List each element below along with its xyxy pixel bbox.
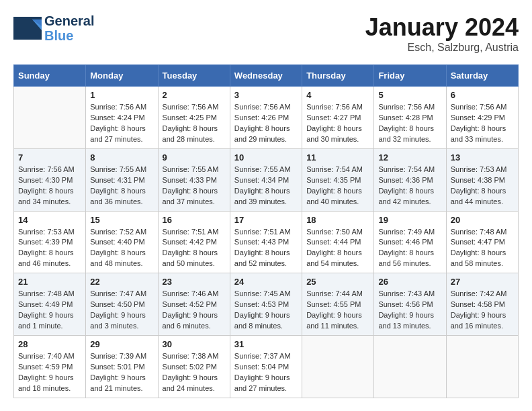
calendar-day-cell: 18Sunrise: 7:50 AMSunset: 4:44 PMDayligh…: [302, 211, 374, 273]
day-info: Sunrise: 7:53 AMSunset: 4:38 PMDaylight:…: [451, 165, 514, 208]
day-number: 8: [90, 152, 153, 163]
day-number: 19: [378, 215, 441, 225]
weekday-header-monday: Monday: [86, 65, 158, 87]
calendar-day-cell: 15Sunrise: 7:52 AMSunset: 4:40 PMDayligh…: [86, 211, 158, 273]
calendar-day-cell: 19Sunrise: 7:49 AMSunset: 4:46 PMDayligh…: [374, 211, 446, 273]
day-info: Sunrise: 7:44 AMSunset: 4:55 PMDaylight:…: [306, 289, 369, 332]
day-info: Sunrise: 7:56 AMSunset: 4:24 PMDaylight:…: [90, 102, 153, 145]
calendar-table: SundayMondayTuesdayWednesdayThursdayFrid…: [13, 64, 519, 398]
day-number: 10: [234, 152, 298, 163]
day-number: 17: [234, 215, 298, 225]
logo-icon: [13, 17, 42, 40]
day-info: Sunrise: 7:54 AMSunset: 4:36 PMDaylight:…: [378, 165, 441, 208]
calendar-day-cell: 12Sunrise: 7:54 AMSunset: 4:36 PMDayligh…: [374, 148, 446, 211]
calendar-day-cell: 9Sunrise: 7:55 AMSunset: 4:33 PMDaylight…: [158, 148, 230, 211]
day-number: 3: [234, 90, 298, 100]
day-info: Sunrise: 7:56 AMSunset: 4:30 PMDaylight:…: [18, 165, 81, 208]
calendar-day-cell: 3Sunrise: 7:56 AMSunset: 4:26 PMDaylight…: [230, 87, 302, 149]
weekday-header-tuesday: Tuesday: [158, 65, 230, 87]
day-number: 27: [451, 277, 514, 287]
calendar-day-cell: [14, 87, 86, 149]
day-number: 7: [18, 152, 81, 163]
month-title: January 2024: [365, 13, 519, 42]
day-info: Sunrise: 7:55 AMSunset: 4:33 PMDaylight:…: [163, 165, 226, 208]
weekday-header-thursday: Thursday: [302, 65, 374, 87]
day-info: Sunrise: 7:50 AMSunset: 4:44 PMDaylight:…: [306, 227, 369, 270]
calendar-day-cell: 27Sunrise: 7:42 AMSunset: 4:58 PMDayligh…: [446, 273, 518, 336]
day-info: Sunrise: 7:37 AMSunset: 5:04 PMDaylight:…: [234, 351, 298, 394]
day-info: Sunrise: 7:47 AMSunset: 4:50 PMDaylight:…: [90, 289, 153, 332]
day-number: 30: [163, 339, 226, 349]
weekday-header-wednesday: Wednesday: [230, 65, 302, 87]
calendar-week-row: 21Sunrise: 7:48 AMSunset: 4:49 PMDayligh…: [14, 273, 519, 336]
day-number: 22: [90, 277, 153, 287]
day-info: Sunrise: 7:38 AMSunset: 5:02 PMDaylight:…: [163, 351, 226, 394]
day-number: 13: [451, 152, 514, 163]
day-number: 25: [306, 277, 369, 287]
calendar-day-cell: [374, 336, 446, 398]
calendar-day-cell: 1Sunrise: 7:56 AMSunset: 4:24 PMDaylight…: [86, 87, 158, 149]
calendar-day-cell: 13Sunrise: 7:53 AMSunset: 4:38 PMDayligh…: [446, 148, 518, 211]
day-number: 24: [234, 277, 298, 287]
calendar-day-cell: 17Sunrise: 7:51 AMSunset: 4:43 PMDayligh…: [230, 211, 302, 273]
calendar-day-cell: 14Sunrise: 7:53 AMSunset: 4:39 PMDayligh…: [14, 211, 86, 273]
calendar-day-cell: 24Sunrise: 7:45 AMSunset: 4:53 PMDayligh…: [230, 273, 302, 336]
calendar-day-cell: 11Sunrise: 7:54 AMSunset: 4:35 PMDayligh…: [302, 148, 374, 211]
calendar-day-cell: 10Sunrise: 7:55 AMSunset: 4:34 PMDayligh…: [230, 148, 302, 211]
day-number: 2: [163, 90, 226, 100]
day-info: Sunrise: 7:39 AMSunset: 5:01 PMDaylight:…: [90, 351, 153, 394]
calendar-day-cell: [302, 336, 374, 398]
calendar-day-cell: 6Sunrise: 7:56 AMSunset: 4:29 PMDaylight…: [446, 87, 518, 149]
calendar-day-cell: 30Sunrise: 7:38 AMSunset: 5:02 PMDayligh…: [158, 336, 230, 398]
day-info: Sunrise: 7:56 AMSunset: 4:27 PMDaylight:…: [306, 102, 369, 145]
calendar-week-row: 28Sunrise: 7:40 AMSunset: 4:59 PMDayligh…: [14, 336, 519, 398]
day-number: 21: [18, 277, 81, 287]
day-info: Sunrise: 7:54 AMSunset: 4:35 PMDaylight:…: [306, 165, 369, 208]
day-info: Sunrise: 7:51 AMSunset: 4:42 PMDaylight:…: [163, 227, 226, 270]
calendar-day-cell: 5Sunrise: 7:56 AMSunset: 4:28 PMDaylight…: [374, 87, 446, 149]
page-header: General Blue January 2024 Esch, Salzburg…: [13, 13, 519, 54]
day-number: 31: [234, 339, 298, 349]
day-number: 14: [18, 215, 81, 225]
day-info: Sunrise: 7:49 AMSunset: 4:46 PMDaylight:…: [378, 227, 441, 270]
day-number: 15: [90, 215, 153, 225]
day-info: Sunrise: 7:48 AMSunset: 4:47 PMDaylight:…: [451, 227, 514, 270]
calendar-day-cell: 16Sunrise: 7:51 AMSunset: 4:42 PMDayligh…: [158, 211, 230, 273]
calendar-day-cell: 26Sunrise: 7:43 AMSunset: 4:56 PMDayligh…: [374, 273, 446, 336]
day-number: 26: [378, 277, 441, 287]
day-info: Sunrise: 7:40 AMSunset: 4:59 PMDaylight:…: [18, 351, 81, 394]
weekday-header-saturday: Saturday: [446, 65, 518, 87]
calendar-day-cell: 23Sunrise: 7:46 AMSunset: 4:52 PMDayligh…: [158, 273, 230, 336]
calendar-day-cell: 20Sunrise: 7:48 AMSunset: 4:47 PMDayligh…: [446, 211, 518, 273]
day-info: Sunrise: 7:56 AMSunset: 4:26 PMDaylight:…: [234, 102, 298, 145]
day-info: Sunrise: 7:55 AMSunset: 4:31 PMDaylight:…: [90, 165, 153, 208]
day-info: Sunrise: 7:43 AMSunset: 4:56 PMDaylight:…: [378, 289, 441, 332]
day-number: 11: [306, 152, 369, 163]
day-number: 16: [163, 215, 226, 225]
day-number: 29: [90, 339, 153, 349]
day-info: Sunrise: 7:42 AMSunset: 4:58 PMDaylight:…: [451, 289, 514, 332]
day-info: Sunrise: 7:55 AMSunset: 4:34 PMDaylight:…: [234, 165, 298, 208]
day-info: Sunrise: 7:45 AMSunset: 4:53 PMDaylight:…: [234, 289, 298, 332]
calendar-day-cell: 31Sunrise: 7:37 AMSunset: 5:04 PMDayligh…: [230, 336, 302, 398]
day-info: Sunrise: 7:48 AMSunset: 4:49 PMDaylight:…: [18, 289, 81, 332]
day-info: Sunrise: 7:52 AMSunset: 4:40 PMDaylight:…: [90, 227, 153, 270]
day-number: 4: [306, 90, 369, 100]
logo-general: General: [44, 13, 94, 28]
day-info: Sunrise: 7:56 AMSunset: 4:25 PMDaylight:…: [163, 102, 226, 145]
weekday-header-sunday: Sunday: [14, 65, 86, 87]
day-number: 6: [451, 90, 514, 100]
day-number: 12: [378, 152, 441, 163]
location: Esch, Salzburg, Austria: [365, 42, 519, 54]
calendar-week-row: 1Sunrise: 7:56 AMSunset: 4:24 PMDaylight…: [14, 87, 519, 149]
day-number: 5: [378, 90, 441, 100]
calendar-day-cell: 4Sunrise: 7:56 AMSunset: 4:27 PMDaylight…: [302, 87, 374, 149]
day-number: 23: [163, 277, 226, 287]
day-info: Sunrise: 7:46 AMSunset: 4:52 PMDaylight:…: [163, 289, 226, 332]
day-number: 1: [90, 90, 153, 100]
calendar-day-cell: 28Sunrise: 7:40 AMSunset: 4:59 PMDayligh…: [14, 336, 86, 398]
day-number: 9: [163, 152, 226, 163]
calendar-day-cell: 25Sunrise: 7:44 AMSunset: 4:55 PMDayligh…: [302, 273, 374, 336]
calendar-day-cell: 21Sunrise: 7:48 AMSunset: 4:49 PMDayligh…: [14, 273, 86, 336]
logo-blue: Blue: [44, 28, 94, 43]
